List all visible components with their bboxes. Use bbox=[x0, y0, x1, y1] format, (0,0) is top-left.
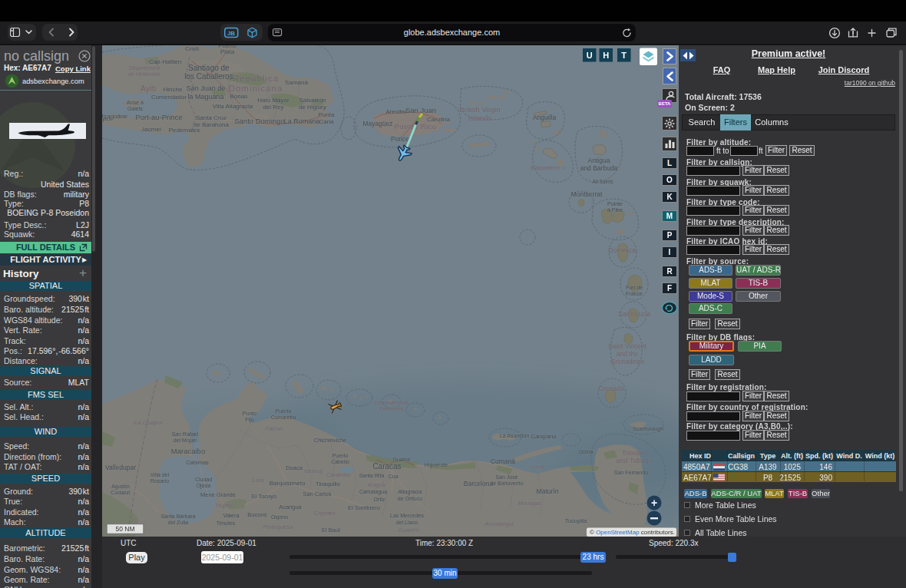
svg-text:Arecibo: Arecibo bbox=[385, 108, 407, 115]
svg-text:Rosario: Rosario bbox=[150, 478, 169, 484]
svg-text:de Barlovento: de Barlovento bbox=[490, 481, 523, 486]
svg-text:de l'Artibonite: de l'Artibonite bbox=[128, 71, 160, 77]
svg-text:All Saints: All Saints bbox=[592, 179, 613, 184]
svg-text:Carúpano: Carúpano bbox=[531, 433, 557, 440]
svg-text:Dominica: Dominica bbox=[608, 246, 636, 254]
svg-text:Anzoátegui: Anzoátegui bbox=[484, 520, 514, 527]
svg-text:Mene Grande: Mene Grande bbox=[200, 491, 236, 498]
svg-text:Ciudad: Ciudad bbox=[195, 477, 212, 482]
svg-text:Galets: Galets bbox=[127, 106, 144, 111]
svg-text:Ayiti: Ayiti bbox=[141, 84, 157, 93]
svg-text:Puerto: Puerto bbox=[332, 453, 349, 458]
svg-text:+: + bbox=[651, 497, 657, 509]
svg-text:Santa Rita: Santa Rita bbox=[359, 473, 385, 478]
svg-text:la Maguana: la Maguana bbox=[187, 93, 223, 101]
svg-text:Camatagua: Camatagua bbox=[359, 489, 387, 495]
svg-text:Valledupar: Valledupar bbox=[105, 464, 136, 471]
svg-text:Basseterre ○: Basseterre ○ bbox=[531, 164, 566, 171]
svg-text:Port-au-Prince: Port-au-Prince bbox=[135, 113, 182, 121]
svg-text:Boconó: Boconó bbox=[247, 511, 266, 518]
svg-text:Ponce: Ponce bbox=[391, 135, 409, 143]
svg-text:and the: and the bbox=[617, 350, 639, 358]
svg-text:La Romana: La Romana bbox=[284, 117, 320, 125]
svg-text:Falcón: Falcón bbox=[266, 425, 283, 432]
svg-text:Plata: Plata bbox=[220, 48, 235, 55]
svg-text:Timotes: Timotes bbox=[217, 520, 236, 526]
svg-text:Anguilla: Anguilla bbox=[533, 114, 557, 121]
svg-text:Hato Mayor: Hato Mayor bbox=[257, 97, 289, 104]
svg-text:San Juan de: San Juan de bbox=[187, 84, 226, 92]
svg-text:Cabimas: Cabimas bbox=[186, 459, 209, 466]
svg-text:Lara: Lara bbox=[252, 477, 263, 484]
svg-text:Barcelona: Barcelona bbox=[464, 480, 494, 487]
svg-text:Sucre: Sucre bbox=[531, 464, 544, 470]
svg-text:Saint Lucia: Saint Lucia bbox=[618, 310, 650, 318]
svg-text:Maracaibo: Maracaibo bbox=[171, 447, 205, 455]
svg-text:Cabello: Cabello bbox=[331, 459, 349, 464]
svg-text:Jacmel: Jacmel bbox=[141, 126, 161, 133]
svg-text:Grenadines: Grenadines bbox=[610, 358, 644, 365]
svg-text:Duaca: Duaca bbox=[286, 464, 303, 471]
svg-text:Güiria: Güiria bbox=[579, 449, 594, 454]
svg-text:Fort de: Fort de bbox=[626, 285, 643, 290]
svg-text:Pointe: Pointe bbox=[607, 201, 623, 206]
svg-text:Grenada: Grenada bbox=[598, 385, 623, 392]
svg-text:Santo Domingo: Santo Domingo bbox=[234, 117, 284, 125]
svg-text:Villa del: Villa del bbox=[150, 472, 170, 477]
svg-text:Maturín: Maturín bbox=[537, 487, 559, 495]
svg-text:Caracas: Caracas bbox=[372, 462, 401, 471]
svg-text:Guárico: Guárico bbox=[398, 527, 418, 533]
svg-text:El Tocuyo: El Tocuyo bbox=[252, 493, 276, 500]
svg-text:del Mojan: del Mojan bbox=[174, 438, 197, 444]
svg-text:Cana: Cana bbox=[319, 118, 334, 125]
svg-text:San Rafael: San Rafael bbox=[172, 431, 199, 437]
svg-text:del Zulia: del Zulia bbox=[168, 520, 189, 525]
svg-text:San Carlos: San Carlos bbox=[303, 491, 331, 497]
svg-text:Yaracuy: Yaracuy bbox=[303, 468, 323, 474]
svg-text:Barquisimeto: Barquisimeto bbox=[269, 480, 306, 487]
svg-text:del Rey: del Rey bbox=[263, 104, 283, 111]
svg-text:Acarigua: Acarigua bbox=[279, 504, 302, 510]
svg-text:Anse à: Anse à bbox=[127, 100, 144, 105]
svg-text:Punto: Punto bbox=[243, 411, 256, 416]
svg-text:Codazzi: Codazzi bbox=[111, 490, 131, 495]
svg-text:Ospino: Ospino bbox=[271, 514, 288, 520]
svg-text:Agustín: Agustín bbox=[111, 484, 130, 490]
svg-text:Valera: Valera bbox=[223, 512, 240, 519]
svg-text:los Caballeros: los Caballeros bbox=[184, 72, 233, 81]
svg-text:Département: Département bbox=[129, 65, 161, 71]
svg-text:Portuguesa: Portuguesa bbox=[263, 524, 293, 530]
svg-text:Cap-Haitien: Cap-Haitien bbox=[149, 58, 181, 65]
svg-text:Chichiriviche: Chichiriviche bbox=[314, 437, 347, 444]
svg-text:U: U bbox=[587, 51, 593, 60]
svg-text:San Juan: San Juan bbox=[405, 106, 436, 114]
svg-text:San Fernando: San Fernando bbox=[614, 470, 648, 475]
svg-text:and Tobago: and Tobago bbox=[617, 457, 653, 464]
svg-text:JB: JB bbox=[227, 30, 235, 37]
svg-text:Hinche: Hinche bbox=[164, 86, 183, 93]
svg-text:Carolina: Carolina bbox=[427, 116, 450, 123]
svg-text:Pedernales: Pedernales bbox=[169, 127, 200, 134]
svg-text:Tinaquillo: Tinaquillo bbox=[316, 481, 340, 487]
svg-text:Cumarebo: Cumarebo bbox=[271, 415, 296, 420]
svg-text:Dependencias: Dependencias bbox=[375, 400, 409, 406]
svg-text:Mayagüez: Mayagüez bbox=[362, 120, 392, 127]
svg-text:Guatire: Guatire bbox=[393, 457, 411, 462]
svg-text:El Sombrero: El Sombrero bbox=[348, 504, 380, 511]
svg-text:Federales: Federales bbox=[379, 406, 404, 411]
svg-text:República: República bbox=[233, 74, 279, 83]
svg-text:and Barbuda: and Barbuda bbox=[580, 164, 618, 172]
svg-text:yes: yes bbox=[102, 115, 111, 122]
svg-text:Higuerote: Higuerote bbox=[425, 462, 448, 468]
svg-text:Villa Altagracia: Villa Altagracia bbox=[213, 103, 253, 110]
svg-text:Santiago de: Santiago de bbox=[188, 64, 230, 72]
svg-text:Cristi: Cristi bbox=[185, 45, 199, 52]
svg-text:Santa Cruz: Santa Cruz bbox=[196, 114, 226, 121]
svg-text:Monagas: Monagas bbox=[518, 500, 542, 507]
svg-text:Cúa: Cúa bbox=[389, 474, 398, 479]
svg-text:Dominicana: Dominicana bbox=[229, 84, 283, 93]
svg-text:Las Mercedes: Las Mercedes bbox=[390, 513, 424, 518]
svg-text:Fijo: Fijo bbox=[245, 417, 253, 423]
svg-text:Aragua: Aragua bbox=[367, 482, 385, 488]
svg-text:Puerto: Puerto bbox=[276, 408, 292, 414]
